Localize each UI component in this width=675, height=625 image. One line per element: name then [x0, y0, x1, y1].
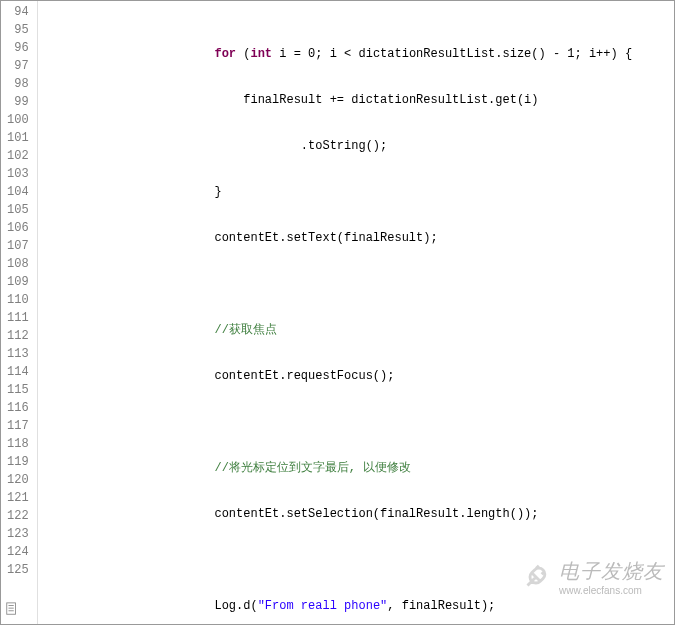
line-number: 108 — [1, 255, 29, 273]
line-number: 106 — [1, 219, 29, 237]
code-line — [42, 551, 674, 569]
code-line — [42, 275, 674, 293]
code-line: contentEt.requestFocus(); — [42, 367, 674, 385]
code-line: contentEt.setText(finalResult); — [42, 229, 674, 247]
line-number: 97 — [1, 57, 29, 75]
code-line: finalResult += dictationResultList.get(i… — [42, 91, 674, 109]
line-number: 117 — [1, 417, 29, 435]
line-number: 125 — [1, 561, 29, 579]
line-number: 119 — [1, 453, 29, 471]
document-icon[interactable] — [5, 602, 19, 620]
line-number: 114 — [1, 363, 29, 381]
line-number: 103 — [1, 165, 29, 183]
code-line — [42, 413, 674, 431]
line-number-gutter: 9495969798991001011021031041051061071081… — [1, 1, 38, 624]
line-number: 102 — [1, 147, 29, 165]
line-number: 109 — [1, 273, 29, 291]
line-number: 95 — [1, 21, 29, 39]
line-number: 107 — [1, 237, 29, 255]
line-number: 94 — [1, 3, 29, 21]
line-number: 111 — [1, 309, 29, 327]
line-number: 121 — [1, 489, 29, 507]
code-area[interactable]: for (int i = 0; i < dictationResultList.… — [38, 1, 674, 624]
line-number: 124 — [1, 543, 29, 561]
line-number: 118 — [1, 435, 29, 453]
line-number: 113 — [1, 345, 29, 363]
line-number: 101 — [1, 129, 29, 147]
code-line: //将光标定位到文字最后, 以便修改 — [42, 459, 674, 477]
code-line: contentEt.setSelection(finalResult.lengt… — [42, 505, 674, 523]
line-number: 105 — [1, 201, 29, 219]
line-number: 99 — [1, 93, 29, 111]
line-number: 116 — [1, 399, 29, 417]
line-number: 98 — [1, 75, 29, 93]
line-number: 120 — [1, 471, 29, 489]
code-line: .toString(); — [42, 137, 674, 155]
code-line: Log.d("From reall phone", finalResult); — [42, 597, 674, 615]
code-line: } — [42, 183, 674, 201]
line-number: 123 — [1, 525, 29, 543]
code-line: for (int i = 0; i < dictationResultList.… — [42, 45, 674, 63]
line-number: 100 — [1, 111, 29, 129]
line-number: 96 — [1, 39, 29, 57]
code-editor: 9495969798991001011021031041051061071081… — [1, 1, 674, 624]
line-number: 115 — [1, 381, 29, 399]
line-number: 110 — [1, 291, 29, 309]
line-number: 112 — [1, 327, 29, 345]
line-number: 122 — [1, 507, 29, 525]
line-number: 104 — [1, 183, 29, 201]
code-line: //获取焦点 — [42, 321, 674, 339]
